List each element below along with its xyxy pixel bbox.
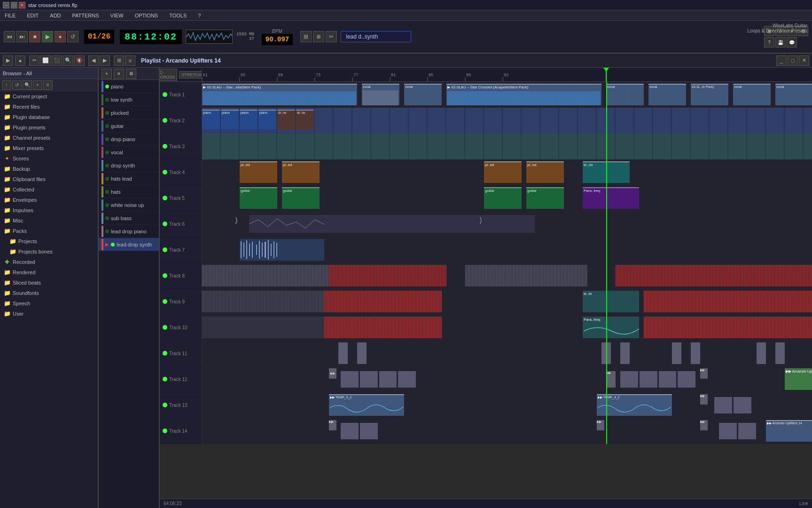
clip-14-1[interactable]: ▶▶ [329, 420, 336, 430]
clip-9-teal[interactable]: le..th [583, 291, 639, 312]
clip-5-2[interactable]: guitar [282, 187, 320, 209]
bpm-display[interactable]: 90.097 [262, 34, 293, 45]
sidebar-item-mixer-presets[interactable]: 📁 Mixer presets [0, 143, 98, 153]
menu-add[interactable]: ADD [48, 12, 62, 19]
help-icon[interactable]: ? [764, 37, 774, 48]
clip-14-pattern[interactable] [341, 423, 378, 439]
window-controls[interactable]: − □ ✕ [3, 2, 25, 8]
clip-9-red2[interactable] [644, 291, 812, 312]
instrument-piano[interactable]: piano [99, 80, 159, 93]
sidebar-item-projects-bones[interactable]: 📁 Projects bones [0, 246, 98, 257]
sidebar-item-channel-presets[interactable]: 📁 Channel presets [0, 133, 98, 143]
preset-display[interactable]: lead d..synth [341, 31, 411, 42]
clip-10-para[interactable]: Para..freq [583, 317, 639, 338]
play-icon[interactable]: ▶ [42, 31, 53, 42]
clip-14-2[interactable]: ▶▶ [597, 420, 604, 430]
sidebar-options-icon[interactable]: ≡ [43, 80, 53, 90]
sidebar-item-sliced-beats[interactable]: 📁 Sliced beats [0, 278, 98, 288]
hit-11-6[interactable] [691, 342, 700, 364]
track-clips-13[interactable]: ▶▶ TEMF_4_2 ▶▶ TEMF_4_2 ▶▶ [202, 392, 812, 418]
hit-11-8[interactable] [775, 342, 785, 364]
pattern-2-piano[interactable]: piano [202, 110, 220, 129]
sidebar-item-plugin-database[interactable]: 📁 Plugin database [0, 112, 98, 122]
clip-4-3[interactable]: pl..ed [484, 161, 522, 183]
inst-add-icon[interactable]: + [102, 69, 112, 79]
clip-4-4[interactable]: pl..ed [526, 161, 564, 183]
track-clips-2[interactable]: piano piano piano piano dr..no dr..no [202, 108, 812, 134]
pattern-2-piano[interactable]: piano [240, 110, 258, 129]
instrument-lead-drop-piano[interactable]: lead drop piano [99, 225, 159, 238]
sidebar-item-plugin-presets[interactable]: 📁 Plugin presets [0, 122, 98, 133]
grid-icon[interactable]: ⊞ [114, 56, 124, 66]
clip-13-3[interactable]: ▶▶ [700, 394, 708, 405]
sidebar-item-current-project[interactable]: 📁 Current project [0, 91, 98, 102]
instrument-guitar[interactable]: guitar [99, 119, 159, 133]
sidebar-item-collected[interactable]: 📁 Collected [0, 184, 98, 195]
loop-icon[interactable]: ↺ [67, 31, 78, 42]
clip-10-1[interactable] [202, 317, 324, 338]
clip-8-left[interactable] [202, 265, 329, 286]
clip-12-2[interactable]: ▶▶ [606, 371, 616, 388]
clip-9-1[interactable] [202, 291, 324, 312]
rewind-icon[interactable]: ⏮ [4, 31, 15, 42]
close-button[interactable]: ✕ [19, 2, 25, 8]
stop-icon[interactable]: ■ [29, 31, 40, 42]
hit-11-7[interactable] [757, 342, 766, 364]
clip-12-pattern[interactable] [341, 371, 416, 388]
menu-view[interactable]: VIEW [109, 12, 125, 19]
minimize-playlist-icon[interactable]: _ [776, 56, 787, 66]
instrument-plucked[interactable]: plucked [99, 106, 159, 119]
select-tool-icon[interactable]: ⬜ [40, 56, 51, 66]
expand-playlist-icon[interactable]: □ [788, 56, 798, 66]
clip-8-red2[interactable] [616, 265, 812, 286]
track-clips-10[interactable]: Para..freq [202, 315, 812, 341]
magnet-icon[interactable]: ⊕ [313, 31, 324, 42]
sidebar-item-soundfonts[interactable]: 📁 Soundfonts [0, 288, 98, 298]
sidebar-item-clipboard-files[interactable]: 📁 Clipboard files [0, 174, 98, 184]
track-clips-11[interactable] [202, 341, 812, 366]
sidebar-add-icon[interactable]: + [33, 80, 42, 90]
clip-1-6[interactable]: vocal [648, 84, 686, 105]
minimize-button[interactable]: − [3, 2, 9, 8]
clip-8-red[interactable] [329, 265, 446, 286]
clip-12-3[interactable]: ▶▶ [700, 368, 708, 379]
clip-10-red[interactable] [324, 317, 442, 338]
inst-view-icon[interactable]: ≡ [114, 69, 124, 79]
instrument-drop-piano[interactable]: drop piano [99, 133, 159, 146]
pattern-2-dr[interactable]: dr..no [277, 110, 295, 129]
hit-11-5[interactable] [672, 342, 681, 364]
track-clips-14[interactable]: ▶▶ ▶▶ ▶▶ ▶▶ Arcando Uplifters 14 [202, 418, 812, 444]
instrument-hats[interactable]: hats [99, 185, 159, 198]
mute-tool-icon[interactable]: 🔇 [74, 56, 85, 66]
clip-12-1[interactable]: ▶▶ [329, 368, 336, 379]
clip-4-5[interactable]: le..no [583, 161, 630, 183]
clip-1-4[interactable]: ▶ #2-3LAU – Star Crossed (AcapellaStem P… [446, 84, 601, 105]
clip-1-1[interactable]: ▶ #2-3LAU – Star...ellaStem Pack) [202, 84, 357, 105]
clip-5-3[interactable]: guitar [484, 187, 522, 209]
clip-13-2[interactable]: ▶▶ TEMF_4_2 [597, 394, 672, 416]
clip-10-red2[interactable] [644, 317, 812, 338]
track-clips-7[interactable] [202, 237, 812, 263]
menu-edit[interactable]: EDIT [25, 12, 40, 19]
sidebar-item-recorded[interactable]: ✚ Recorded [0, 257, 98, 267]
menu-file[interactable]: FILE [3, 12, 17, 19]
instrument-low-synth[interactable]: low synth [99, 93, 159, 106]
clip-13-pattern[interactable] [714, 397, 752, 413]
prev-btn-icon[interactable]: ◀ [88, 56, 99, 66]
track-clips-5[interactable]: guitar guitar guitar guitar Para..freq [202, 185, 812, 211]
sidebar-item-projects[interactable]: 📁 Projects [0, 236, 98, 246]
clip-1-3[interactable]: vocal [404, 84, 442, 105]
clip-7-1[interactable] [240, 239, 324, 261]
snap-icon[interactable]: ⊞ [300, 31, 312, 42]
sidebar-item-impulses[interactable]: 📁 Impulses [0, 205, 98, 215]
sidebar-item-envelopes[interactable]: 📁 Envelopes [0, 195, 98, 205]
playlist-play-icon[interactable]: ▶ [3, 56, 13, 66]
sidebar-item-packs[interactable]: 📁 Packs [0, 226, 98, 236]
sidebar-item-misc[interactable]: 📁 Misc [0, 215, 98, 226]
maximize-button[interactable]: □ [11, 2, 17, 8]
sidebar-item-speech[interactable]: 📁 Speech [0, 298, 98, 309]
clip-5-5[interactable]: Para..freq [583, 187, 639, 209]
draw-tool-icon[interactable]: ✏ [29, 56, 39, 66]
clip-14-arcando[interactable]: ▶▶ Arcando Uplifters 14 [766, 420, 812, 442]
instrument-vocal[interactable]: vocal [99, 146, 159, 159]
